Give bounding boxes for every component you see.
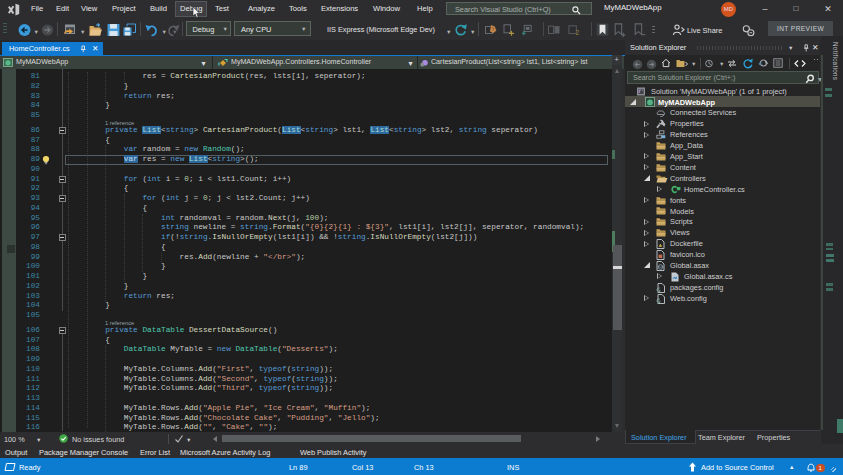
svg-text:2: 2: [575, 29, 579, 36]
